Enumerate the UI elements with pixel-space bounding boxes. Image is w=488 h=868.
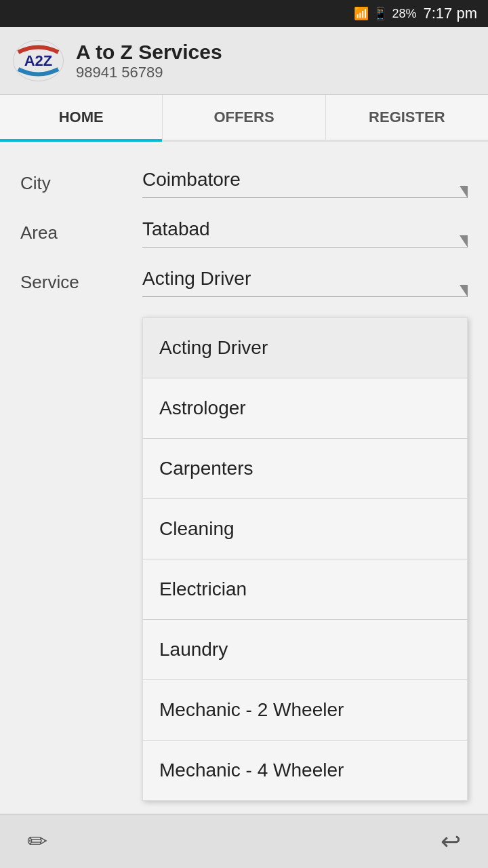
dropdown-item-electrician[interactable]: Electrician — [143, 559, 467, 620]
dropdown-item-acting-driver[interactable]: Acting Driver — [143, 318, 467, 378]
city-field: City Coimbatore — [20, 169, 468, 198]
bottom-bar: ✏ ↩ — [0, 814, 488, 868]
service-field: Service Acting Driver — [20, 268, 468, 297]
area-label: Area — [20, 218, 142, 243]
dropdown-item-cleaning[interactable]: Cleaning — [143, 499, 467, 559]
city-value: Coimbatore — [142, 169, 468, 197]
dropdown-item-laundry[interactable]: Laundry — [143, 620, 467, 680]
dropdown-item-mechanic-2-wheeler[interactable]: Mechanic - 2 Wheeler — [143, 680, 467, 741]
area-field: Area Tatabad — [20, 218, 468, 248]
status-bar: 📶 📱 28% 7:17 pm — [0, 0, 488, 27]
service-value: Acting Driver — [142, 268, 468, 296]
status-icons: 📶 📱 28% — [354, 6, 416, 21]
city-value-container[interactable]: Coimbatore — [142, 169, 468, 198]
area-value: Tatabad — [142, 218, 468, 247]
battery-text: 28% — [392, 7, 416, 21]
area-dropdown-arrow — [460, 235, 468, 248]
area-underline — [142, 247, 468, 248]
tab-offers[interactable]: OFFERS — [163, 95, 325, 140]
dropdown-item-mechanic-4-wheeler[interactable]: Mechanic - 4 Wheeler — [143, 741, 467, 800]
service-dropdown-list: Acting Driver Astrologer Carpenters Clea… — [142, 317, 468, 801]
app-header: A2Z A to Z Services 98941 56789 — [0, 27, 488, 95]
app-title: A to Z Services — [76, 41, 222, 64]
service-dropdown-arrow — [460, 285, 468, 297]
city-underline — [142, 197, 468, 198]
wifi-icon: 📶 — [354, 6, 369, 21]
tab-register[interactable]: REGISTER — [326, 95, 488, 140]
nav-tabs: HOME OFFERS REGISTER — [0, 95, 488, 142]
dropdown-item-carpenters[interactable]: Carpenters — [143, 439, 467, 499]
app-phone: 98941 56789 — [76, 64, 222, 81]
main-content: City Coimbatore Area Tatabad Service Act… — [0, 142, 488, 814]
time-display: 7:17 pm — [424, 5, 478, 22]
a2z-logo: A2Z — [13, 39, 64, 83]
dropdown-item-astrologer[interactable]: Astrologer — [143, 378, 467, 439]
service-underline — [142, 296, 468, 297]
edit-icon[interactable]: ✏ — [27, 827, 47, 856]
area-value-container[interactable]: Tatabad — [142, 218, 468, 248]
service-label: Service — [20, 268, 142, 293]
sim-icon: 📱 — [373, 6, 388, 21]
tab-home[interactable]: HOME — [0, 95, 163, 140]
logo-container: A2Z — [11, 37, 65, 85]
header-text: A to Z Services 98941 56789 — [76, 41, 222, 81]
back-icon[interactable]: ↩ — [441, 827, 461, 856]
city-label: City — [20, 169, 142, 194]
svg-text:A2Z: A2Z — [24, 52, 52, 69]
city-dropdown-arrow — [460, 186, 468, 198]
service-value-container[interactable]: Acting Driver — [142, 268, 468, 297]
